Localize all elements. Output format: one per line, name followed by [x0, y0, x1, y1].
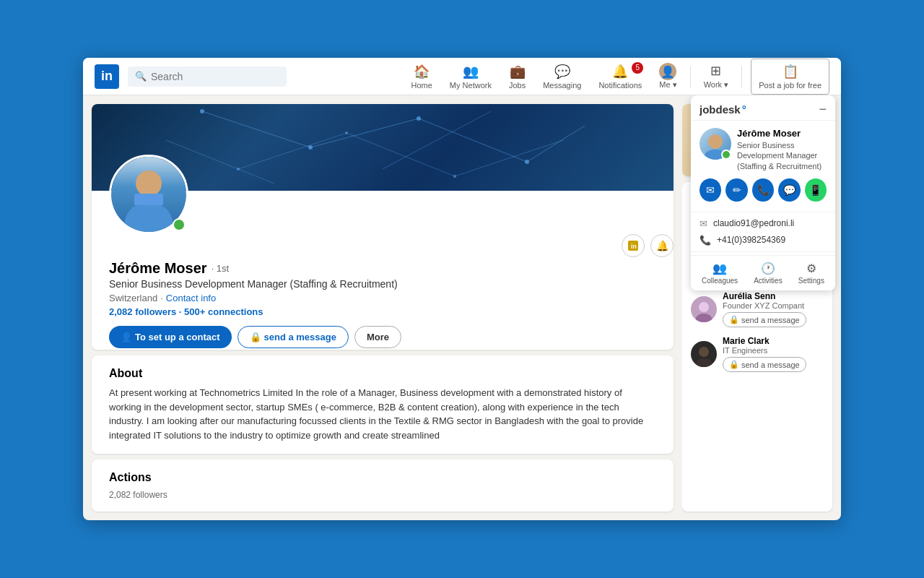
- lock-icon-2: 🔒: [729, 315, 739, 324]
- top-nav: in 🔍 🏠 Home 👥 My Network 💼 Jobs 💬 Messag…: [83, 58, 841, 95]
- nav-divider-2: [741, 66, 742, 87]
- settings-icon: ⚙: [806, 262, 816, 275]
- profile-actions-top: in 🔔: [622, 234, 674, 257]
- nav-label-me: Me ▾: [659, 80, 676, 90]
- person-name-aurelia: Aurélia Senn: [723, 291, 824, 301]
- nav-item-jobs[interactable]: 💼 Jobs: [502, 59, 533, 94]
- people-item-marie: Marie Clark IT Engineers 🔒 send a messag…: [682, 332, 832, 376]
- svg-point-9: [200, 109, 204, 113]
- activities-icon: 🕐: [761, 262, 775, 275]
- jd-email-button[interactable]: ✉: [699, 178, 721, 202]
- me-avatar: 👤: [659, 63, 676, 80]
- jd-actions: ✉ ✏ 📞 💬 📱: [691, 178, 835, 209]
- actions-card: Actions 2,082 followers: [92, 460, 674, 512]
- profile-buttons: 👤 To set up a contact 🔒 send a message M…: [109, 326, 656, 348]
- jd-tab-settings[interactable]: ⚙ Settings: [798, 262, 824, 285]
- svg-line-4: [238, 133, 346, 169]
- jd-logo-dot: °: [742, 103, 746, 116]
- work-icon: ⊞: [710, 63, 721, 79]
- jd-call-button[interactable]: 📞: [752, 178, 774, 202]
- jd-logo-text: jobdesk: [699, 103, 741, 116]
- about-text: At present working at Technometrics Limi…: [109, 386, 656, 442]
- nav-label-notifications: Notifications: [598, 81, 642, 90]
- jobs-icon: 💼: [510, 64, 526, 79]
- search-input[interactable]: [151, 71, 279, 82]
- person-role-marie: IT Engineers: [723, 346, 824, 355]
- profile-location: Switzerland · Contact info: [109, 293, 656, 303]
- svg-line-1: [310, 118, 419, 147]
- people-avatar-aurelia: [691, 296, 717, 322]
- jd-phone-icon: 📞: [699, 235, 711, 246]
- profile-info: Jérôme Moser · 1st Senior Business Devel…: [92, 257, 674, 350]
- person-role-aurelia: Founder XYZ Compant: [723, 301, 824, 310]
- nav-item-post-job[interactable]: 📋 Post a job for free: [751, 59, 829, 95]
- send-message-btn-aurelia[interactable]: 🔒 send a message: [723, 312, 806, 327]
- notifications-badge: 5: [632, 62, 643, 74]
- jd-tabs: 👥 Colleagues 🕐 Activities ⚙ Settings: [691, 255, 835, 290]
- connections-label[interactable]: 500+ connections: [184, 306, 263, 317]
- jd-phone-text: +41(0)398254369: [717, 235, 785, 245]
- profile-name: Jérôme Moser: [109, 260, 207, 277]
- setup-contact-icon: 👤: [121, 332, 132, 342]
- nav-item-home[interactable]: 🏠 Home: [404, 59, 440, 94]
- jd-whatsapp-button[interactable]: 📱: [805, 178, 827, 202]
- actions-title: Actions: [109, 471, 656, 484]
- nav-label-jobs: Jobs: [509, 81, 526, 90]
- people-info-aurelia: Aurélia Senn Founder XYZ Compant 🔒 send …: [723, 291, 824, 327]
- jd-tab-colleagues[interactable]: 👥 Colleagues: [702, 262, 738, 285]
- nav-item-messaging[interactable]: 💬 Messaging: [536, 59, 588, 94]
- jobdesk-popup: jobdesk° − Jérôme Moser S: [691, 95, 835, 290]
- nav-item-work[interactable]: ⊞ Work ▾: [697, 59, 736, 94]
- svg-line-6: [455, 140, 563, 176]
- network-icon: 👥: [463, 64, 479, 79]
- online-badge: [173, 218, 186, 231]
- jd-divider-2: [691, 251, 835, 252]
- jd-email-icon: ✉: [699, 218, 707, 229]
- svg-point-11: [417, 116, 421, 121]
- person-name-marie: Marie Clark: [723, 336, 824, 346]
- svg-point-28: [708, 134, 723, 149]
- send-message-btn-marie[interactable]: 🔒 send a message: [723, 357, 806, 372]
- contact-info-link[interactable]: Contact info: [166, 293, 216, 303]
- nav-items: 🏠 Home 👥 My Network 💼 Jobs 💬 Messaging 🔔…: [404, 59, 829, 95]
- svg-text:in: in: [631, 243, 637, 250]
- jd-email-text: claudio91@pedroni.li: [713, 218, 794, 228]
- nav-label-post-job: Post a job for free: [759, 81, 821, 90]
- nav-item-notifications[interactable]: 🔔 5 Notifications: [591, 59, 649, 94]
- location-text: Switzerland: [109, 293, 157, 303]
- jd-avatar-wrap: [699, 128, 731, 160]
- notification-bell-icon[interactable]: 🔔: [650, 234, 674, 257]
- people-avatar-marie: [691, 341, 717, 367]
- profile-stats: 2,082 followers · 500+ connections: [109, 306, 656, 317]
- jd-edit-button[interactable]: ✏: [725, 178, 747, 202]
- svg-point-10: [308, 145, 313, 150]
- jd-tab-activities[interactable]: 🕐 Activities: [754, 262, 782, 285]
- jd-close-button[interactable]: −: [819, 103, 827, 116]
- jd-header: jobdesk° −: [691, 95, 835, 121]
- jd-chat-button[interactable]: 💬: [778, 178, 800, 202]
- about-card: About At present working at Technometric…: [92, 355, 674, 454]
- svg-line-2: [419, 118, 527, 162]
- svg-point-13: [237, 168, 240, 171]
- svg-point-16: [136, 171, 162, 197]
- send-message-button[interactable]: 🔒 send a message: [237, 326, 349, 348]
- people-item-aurelia: Aurélia Senn Founder XYZ Compant 🔒 send …: [682, 287, 832, 332]
- followers-count[interactable]: 2,082: [109, 306, 133, 317]
- linkedin-logo[interactable]: in: [95, 64, 119, 89]
- browser-window: in 🔍 🏠 Home 👥 My Network 💼 Jobs 💬 Messag…: [83, 58, 841, 520]
- nav-item-network[interactable]: 👥 My Network: [443, 59, 499, 94]
- jd-tab-activities-label: Activities: [754, 277, 782, 285]
- messaging-icon: 💬: [554, 64, 570, 79]
- linkedin-share-icon[interactable]: in: [622, 234, 645, 257]
- profile-title: Senior Business Development Manager (Sta…: [109, 278, 656, 290]
- svg-rect-17: [134, 194, 163, 205]
- jd-tab-settings-label: Settings: [798, 277, 824, 285]
- nav-item-me[interactable]: 👤 Me ▾: [652, 59, 684, 94]
- more-button[interactable]: More: [354, 326, 401, 348]
- profile-card: in 🔔 Jérôme Moser · 1st Senior Business …: [92, 104, 674, 350]
- post-job-icon: 📋: [783, 64, 798, 79]
- setup-contact-button[interactable]: 👤 To set up a contact: [109, 326, 232, 348]
- jd-title: Senior Business Development Manager (Sta…: [737, 140, 827, 171]
- nav-label-network: My Network: [450, 81, 492, 90]
- jd-phone-row: 📞 +41(0)398254369: [691, 232, 835, 249]
